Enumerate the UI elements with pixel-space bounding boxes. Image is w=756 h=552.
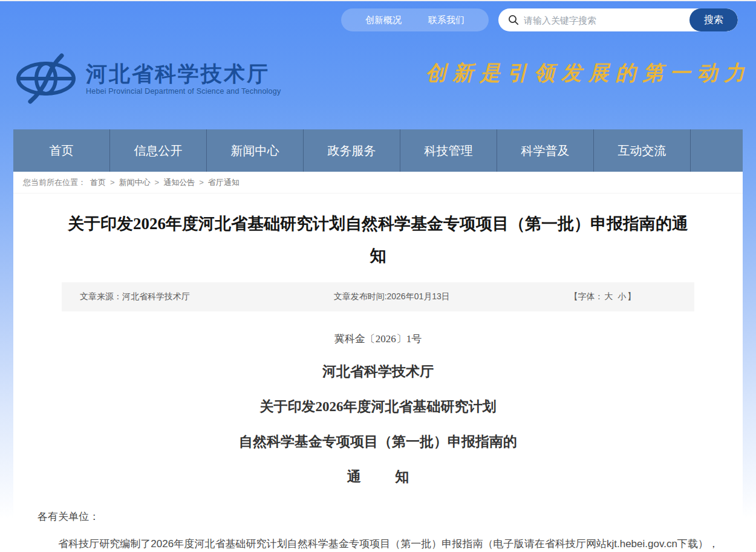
font-size-control: 【字体：大 小】 — [511, 291, 694, 302]
font-size-large-button[interactable]: 大 — [603, 291, 614, 301]
top-utility-bar: 创新概况 联系我们 搜索 — [341, 8, 738, 31]
nav-item-news-center[interactable]: 新闻中心 — [207, 129, 304, 172]
link-contact-us[interactable]: 联系我们 — [428, 15, 464, 26]
brand-area: 河北省科学技术厅 Hebei Provincial Department of … — [16, 53, 281, 104]
salutation: 各有关单位： — [37, 505, 719, 528]
document-title-line-4: 通 知 — [13, 467, 743, 486]
nav-item-gov-services[interactable]: 政务服务 — [304, 129, 400, 172]
nav-item-tech-management[interactable]: 科技管理 — [400, 129, 497, 172]
document-number: 冀科金〔2026〕1号 — [13, 332, 743, 346]
font-size-small-button[interactable]: 小 — [616, 291, 627, 301]
article-title: 关于印发2026年度河北省基础研究计划自然科学基金专项项目（第一批）申报指南的通… — [65, 208, 691, 271]
breadcrumb: 您当前所在位置： 首页 > 新闻中心 > 通知公告 > 省厅通知 — [13, 172, 743, 193]
article-body: 各有关单位： 省科技厅研究编制了2026年度河北省基础研究计划自然科学基金专项项… — [37, 505, 719, 552]
search-bar: 搜索 — [498, 8, 738, 31]
breadcrumb-dept-notice[interactable]: 省厅通知 — [208, 177, 240, 188]
site-title: 河北省科学技术厅 — [86, 62, 281, 86]
article-publish-time: 文章发布时间:2026年01月13日 — [273, 291, 511, 302]
breadcrumb-notices[interactable]: 通知公告 — [163, 177, 195, 188]
document-title-line-1: 河北省科学技术厅 — [13, 362, 743, 381]
nav-item-home[interactable]: 首页 — [13, 129, 110, 172]
top-links-group: 创新概况 联系我们 — [341, 8, 489, 31]
nav-filler — [691, 129, 743, 172]
search-button[interactable]: 搜索 — [689, 8, 738, 31]
breadcrumb-separator: > — [199, 178, 204, 187]
site-header: 创新概况 联系我们 搜索 — [0, 1, 756, 129]
document-title-line-3: 自然科学基金专项项目（第一批）申报指南的 — [13, 432, 743, 451]
header-slogan: 创新是引领发展的第一动力 — [425, 59, 751, 87]
main-navigation: 首页 信息公开 新闻中心 政务服务 科技管理 科学普及 互动交流 — [13, 129, 743, 172]
breadcrumb-home[interactable]: 首页 — [90, 177, 106, 188]
brand-text-block: 河北省科学技术厅 Hebei Provincial Department of … — [86, 62, 281, 96]
agency-logo-icon[interactable] — [16, 53, 76, 104]
breadcrumb-separator: > — [110, 178, 115, 187]
breadcrumb-news-center[interactable]: 新闻中心 — [119, 177, 151, 188]
document-title-line-2: 关于印发2026年度河北省基础研究计划 — [13, 397, 743, 416]
site-subtitle: Hebei Provincial Department of Science a… — [86, 87, 281, 96]
article-meta-bar: 文章来源：河北省科学技术厅 文章发布时间:2026年01月13日 【字体：大 小… — [62, 282, 694, 311]
nav-item-interaction[interactable]: 互动交流 — [594, 129, 691, 172]
breadcrumb-prefix: 您当前所在位置： — [23, 177, 86, 188]
content-panel: 您当前所在位置： 首页 > 新闻中心 > 通知公告 > 省厅通知 关于印发202… — [13, 172, 743, 552]
article-source: 文章来源：河北省科学技术厅 — [62, 291, 273, 302]
body-paragraph: 省科技厅研究编制了2026年度河北省基础研究计划自然科学基金专项项目（第一批）申… — [37, 533, 719, 552]
nav-item-science-popularization[interactable]: 科学普及 — [497, 129, 594, 172]
search-icon — [498, 15, 524, 25]
search-input[interactable] — [524, 15, 689, 25]
font-size-label-close: 】 — [627, 291, 636, 301]
breadcrumb-separator: > — [155, 178, 160, 187]
nav-item-info-disclosure[interactable]: 信息公开 — [110, 129, 207, 172]
font-size-label: 【字体： — [569, 291, 603, 301]
link-innovation-overview[interactable]: 创新概况 — [365, 15, 402, 26]
